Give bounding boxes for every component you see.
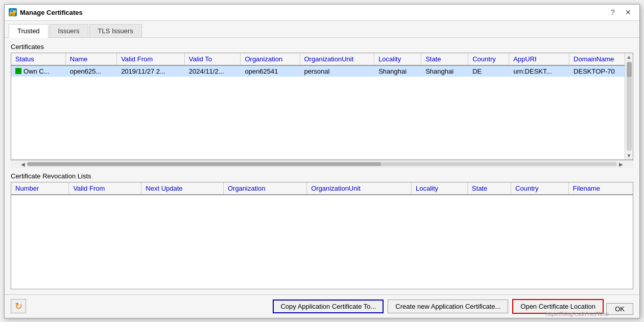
crl-col-country[interactable]: Country (511, 182, 569, 195)
scroll-thumb (627, 62, 632, 77)
crl-col-org-unit[interactable]: OrganizationUnit (307, 182, 412, 195)
scroll-right-arrow[interactable]: ▶ (617, 162, 625, 167)
window-icon: 🔐 (9, 8, 17, 16)
copy-certificate-button[interactable]: Copy Application Certificate To... (273, 300, 384, 313)
cell-app-uri: urn:DESKT... (509, 65, 569, 77)
h-scroll-thumb (27, 162, 381, 166)
main-content: Certificates Status Name Valid From Vali… (5, 38, 639, 294)
status-green-indicator (15, 68, 21, 74)
cell-valid-to: 2024/11/2... (184, 65, 241, 77)
tab-bar: Trusted Issuers TLS Issuers (5, 21, 639, 38)
certificates-table-container[interactable]: Status Name Valid From Valid To Organiza… (11, 53, 633, 160)
col-locality[interactable]: Locality (374, 53, 421, 65)
cell-country: DE (468, 65, 509, 77)
cell-locality: Shanghai (374, 65, 421, 77)
certificates-section-label: Certificates (11, 43, 633, 51)
col-name[interactable]: Name (65, 53, 116, 65)
vertical-scrollbar[interactable]: ▲ ▼ (625, 53, 633, 159)
watermark-text: https://blog.csdn.net/Who (545, 311, 609, 317)
cell-name: open625... (65, 65, 116, 77)
cell-valid-from: 2019/11/27 2... (117, 65, 185, 77)
cell-domain-name: DESKTOP-70 (569, 65, 633, 77)
content-area: Trusted Issuers TLS Issuers Certificates… (5, 21, 639, 294)
title-bar-buttons: ? ✕ (606, 7, 635, 18)
cell-org-unit: personal (300, 65, 374, 77)
table-row[interactable]: Own C... open625... 2019/11/27 2... 2024… (11, 65, 633, 77)
tab-tls-issuers[interactable]: TLS Issuers (89, 24, 142, 37)
scroll-track (627, 62, 632, 151)
col-valid-to[interactable]: Valid To (184, 53, 241, 65)
window-title: Manage Certificates (20, 9, 606, 16)
crl-col-next-update[interactable]: Next Update (141, 182, 224, 195)
crl-section: Certificate Revocation Lists Number Vali… (11, 172, 633, 289)
col-org-unit[interactable]: OrganizationUnit (300, 53, 374, 65)
refresh-icon: ↻ (15, 301, 22, 312)
h-scroll-track (27, 162, 617, 166)
col-state[interactable]: State (421, 53, 468, 65)
scroll-down-arrow[interactable]: ▼ (626, 152, 633, 159)
col-app-uri[interactable]: AppURI (509, 53, 569, 65)
scroll-up-arrow[interactable]: ▲ (626, 53, 633, 61)
certificates-table: Status Name Valid From Valid To Organiza… (11, 53, 633, 77)
crl-col-locality[interactable]: Locality (411, 182, 467, 195)
crl-col-organization[interactable]: Organization (223, 182, 306, 195)
col-organization[interactable]: Organization (241, 53, 300, 65)
cell-organization: open62541 (241, 65, 300, 77)
create-certificate-button[interactable]: Create new Application Certificate... (388, 300, 508, 313)
col-status[interactable]: Status (11, 53, 65, 65)
crl-col-filename[interactable]: Filename (568, 182, 633, 195)
ok-button[interactable]: OK (606, 303, 633, 315)
manage-certificates-window: 🔐 Manage Certificates ? ✕ Trusted Issuer… (4, 4, 640, 318)
certificates-h-scrollbar[interactable]: ◀ ▶ (11, 160, 633, 168)
crl-col-valid-from[interactable]: Valid From (69, 182, 141, 195)
tab-trusted[interactable]: Trusted (9, 24, 49, 38)
crl-col-state[interactable]: State (467, 182, 511, 195)
col-domain-name[interactable]: DomainName (569, 53, 633, 65)
footer: ↻ Copy Application Certificate To... Cre… (5, 294, 639, 318)
crl-col-number[interactable]: Number (11, 182, 69, 195)
crl-section-label: Certificate Revocation Lists (11, 172, 633, 180)
scroll-left-arrow[interactable]: ◀ (19, 162, 27, 167)
title-bar: 🔐 Manage Certificates ? ✕ (5, 5, 639, 21)
col-valid-from[interactable]: Valid From (117, 53, 185, 65)
crl-table-container[interactable]: Number Valid From Next Update Organizati… (11, 182, 633, 289)
col-country[interactable]: Country (468, 53, 509, 65)
refresh-button[interactable]: ↻ (11, 299, 26, 313)
cell-state: Shanghai (421, 65, 468, 77)
close-button[interactable]: ✕ (621, 7, 635, 18)
help-button[interactable]: ? (606, 7, 620, 18)
crl-table: Number Valid From Next Update Organizati… (11, 182, 633, 195)
cell-status: Own C... (11, 65, 65, 77)
tab-issuers[interactable]: Issuers (50, 24, 88, 37)
